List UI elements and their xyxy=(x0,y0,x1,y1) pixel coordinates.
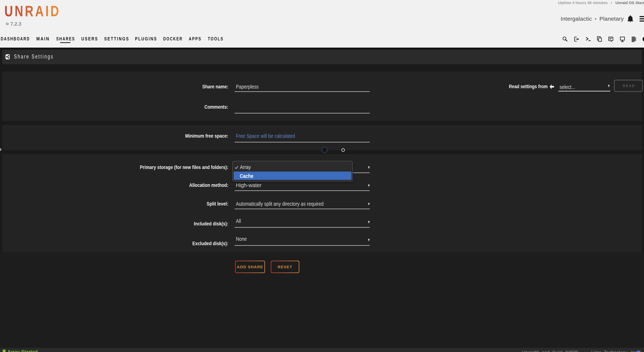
svg-text:UNRAID: UNRAID xyxy=(4,4,61,18)
